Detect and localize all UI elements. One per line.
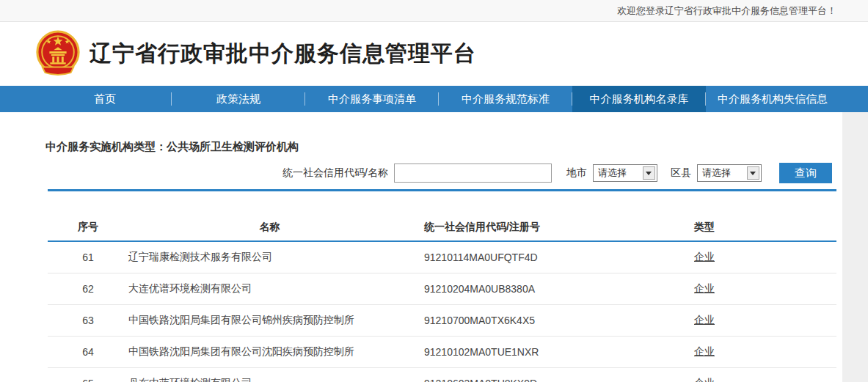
cell-no: 65 <box>48 367 128 382</box>
nav-item-agency-directory[interactable]: 中介服务机构名录库 <box>572 86 706 112</box>
site-header: 辽宁省行政审批中介服务信息管理平台 <box>0 22 868 86</box>
chevron-down-icon <box>750 172 756 175</box>
type-link[interactable]: 企业 <box>694 314 715 326</box>
col-header-no: 序号 <box>48 213 128 241</box>
county-select-dropdown-button[interactable] <box>747 166 759 180</box>
type-link[interactable]: 企业 <box>694 377 715 382</box>
cell-name: 中国铁路沈阳局集团有限公司沈阳疾病预防控制所 <box>128 336 411 367</box>
city-select-dropdown-button[interactable] <box>643 166 655 180</box>
table-row: 62 大连优谱环境检测有限公司 91210204MA0UB8380A 企业 <box>48 273 836 304</box>
agency-table: 序号 名称 统一社会信用代码/注册号 类型 61 辽宁瑞康检测技术服务有限公司 … <box>48 213 836 382</box>
city-select[interactable]: 请选择 <box>593 164 657 182</box>
table-row: 65 丹东中蓝环境检测有限公司 91210603MA0TU8KX9D 企业 <box>48 367 836 382</box>
table-row: 64 中国铁路沈阳局集团有限公司沈阳疾病预防控制所 91210102MA0TUE… <box>48 336 836 367</box>
national-emblem-logo <box>35 30 81 78</box>
welcome-text: 欢迎您登录辽宁省行政审批中介服务信息管理平台！ <box>617 4 836 18</box>
nav-item-service-list[interactable]: 中介服务事项清单 <box>305 86 439 112</box>
type-link[interactable]: 企业 <box>694 251 715 262</box>
cell-code: 91210114MA0UFQTF4D <box>411 241 631 273</box>
content-panel: 中介服务实施机构类型：公共场所卫生检测评价机构 统一社会信用代码/名称 地市 请… <box>0 112 842 382</box>
page-title: 中介服务实施机构类型：公共场所卫生检测评价机构 <box>0 112 842 154</box>
city-select-value: 请选择 <box>594 166 643 180</box>
cell-no: 61 <box>48 241 128 273</box>
col-header-spacer <box>778 213 836 241</box>
cell-name: 中国铁路沈阳局集团有限公司锦州疾病预防控制所 <box>128 304 411 336</box>
chevron-down-icon <box>646 172 652 175</box>
site-title: 辽宁省行政审批中介服务信息管理平台 <box>90 39 476 69</box>
county-label: 区县 <box>671 166 691 180</box>
col-header-name: 名称 <box>128 213 411 241</box>
nav-item-dishonesty-info[interactable]: 中介服务机构失信信息 <box>706 86 839 112</box>
cell-no: 64 <box>48 336 128 367</box>
main-nav: 首页 政策法规 中介服务事项清单 中介服务规范标准 中介服务机构名录库 中介服务… <box>0 86 868 112</box>
cell-code: 91210603MA0TU8KX9D <box>411 367 631 382</box>
search-form: 统一社会信用代码/名称 地市 请选择 区县 请选择 查询 <box>0 163 842 183</box>
cell-name: 丹东中蓝环境检测有限公司 <box>128 367 411 382</box>
top-welcome-bar: 欢迎您登录辽宁省行政审批中介服务信息管理平台！ <box>0 0 868 22</box>
col-header-code: 统一社会信用代码/注册号 <box>411 213 631 241</box>
nav-item-home[interactable]: 首页 <box>38 86 172 112</box>
table-header-row: 序号 名称 统一社会信用代码/注册号 类型 <box>48 213 836 241</box>
query-button[interactable]: 查询 <box>779 163 832 183</box>
table-row: 61 辽宁瑞康检测技术服务有限公司 91210114MA0UFQTF4D 企业 <box>48 241 836 273</box>
county-select[interactable]: 请选择 <box>697 164 762 182</box>
table-row: 63 中国铁路沈阳局集团有限公司锦州疾病预防控制所 91210700MA0TX6… <box>48 304 836 336</box>
type-link[interactable]: 企业 <box>694 345 715 357</box>
cell-name: 大连优谱环境检测有限公司 <box>128 273 411 304</box>
cell-code: 91210102MA0TUE1NXR <box>411 336 631 367</box>
type-link[interactable]: 企业 <box>694 282 715 294</box>
cell-code: 91210700MA0TX6K4X5 <box>411 304 631 336</box>
cell-code: 91210204MA0UB8380A <box>411 273 631 304</box>
col-header-type: 类型 <box>631 213 778 241</box>
city-label: 地市 <box>566 166 587 180</box>
code-input[interactable] <box>394 164 552 183</box>
cell-no: 62 <box>48 273 128 304</box>
county-select-value: 请选择 <box>698 166 747 180</box>
cell-name: 辽宁瑞康检测技术服务有限公司 <box>128 241 411 273</box>
section-divider <box>48 189 836 191</box>
nav-item-policies[interactable]: 政策法规 <box>172 86 305 112</box>
nav-item-standards[interactable]: 中介服务规范标准 <box>439 86 572 112</box>
cell-no: 63 <box>48 304 128 336</box>
code-label: 统一社会信用代码/名称 <box>282 166 388 180</box>
